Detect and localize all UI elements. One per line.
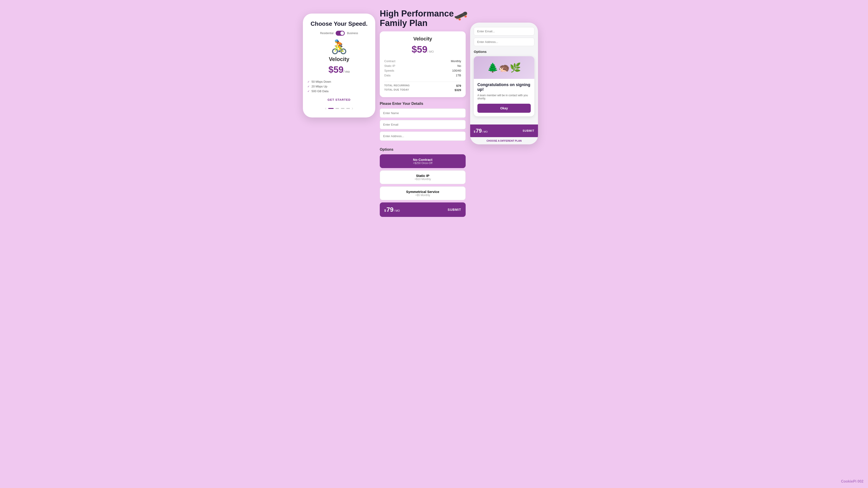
carousel-dots: ‹ › <box>307 106 371 111</box>
email-input[interactable] <box>380 120 466 129</box>
total-due-label: TOTAL DUE TODAY <box>384 88 409 92</box>
toggle-row: Residential Business <box>307 31 371 36</box>
feature-3: 500 GB Data <box>307 89 371 94</box>
total-recurring-row: TOTAL RECURRING $79 <box>384 84 461 88</box>
bike-illustration: 🚴 <box>307 40 371 54</box>
middle-price-info: $ 79 / MO <box>384 206 400 213</box>
dot-1[interactable] <box>328 108 334 109</box>
residential-business-toggle[interactable] <box>336 31 345 36</box>
features-list: 50 Mbps Down 20 Mbps Up 500 GB Data <box>307 79 371 94</box>
plan-card: Velocity $59/ MO Contract Monthly Static… <box>380 31 466 97</box>
right-address-input[interactable] <box>474 38 534 46</box>
detail-speeds-value: 100/40 <box>424 69 461 72</box>
right-price-info: $ 79 / MO <box>474 128 488 134</box>
option-symmetrical-service-name: Symmetrical Service <box>383 190 462 194</box>
name-input[interactable] <box>380 108 466 118</box>
option-symmetrical-service-sub: +$5 Monthly <box>383 194 462 197</box>
detail-staticip-value: No <box>424 64 461 68</box>
total-due-value: $329 <box>455 88 461 92</box>
carousel-prev-arrow[interactable]: ‹ <box>325 106 327 111</box>
right-phone-inner: Options 🌲🦔🌿 Congratulations on signing u… <box>470 23 538 125</box>
detail-staticip-label: Static IP <box>384 64 422 68</box>
option-static-ip[interactable]: Static IP +$10 Monthly <box>380 170 466 184</box>
residential-label: Residential <box>320 32 333 35</box>
okay-button[interactable]: Okay <box>477 104 531 113</box>
total-recurring-value: $79 <box>456 84 461 88</box>
plan-price-per-mo: / MO <box>428 50 434 53</box>
form-section: Please Enter Your Details <box>380 102 466 143</box>
card-divider <box>384 82 461 82</box>
middle-bottom-bar: $ 79 / MO SUBMIT <box>380 202 466 217</box>
change-plan-link[interactable]: CHOOSE A DIFFERENT PLAN <box>470 137 538 144</box>
dot-3[interactable] <box>341 108 344 109</box>
left-plan-name: Velocity <box>307 56 371 62</box>
plan-price-dollar: $59 <box>412 44 428 55</box>
page-container: Choose Your Speed. Residential Business … <box>298 4 569 221</box>
middle-price-sup: $ <box>384 209 386 213</box>
right-email-input[interactable] <box>474 27 534 35</box>
dot-2[interactable] <box>336 108 339 109</box>
left-price-amount: $59 <box>329 65 344 74</box>
plan-card-name: Velocity <box>384 36 461 42</box>
plan-details-grid: Contract Monthly Static IP No Speeds 100… <box>384 59 461 77</box>
right-price-num: 79 <box>476 128 482 134</box>
right-price-mo: / MO <box>482 130 488 133</box>
option-static-ip-name: Static IP <box>383 174 462 177</box>
get-started-button[interactable]: GET STARTED <box>307 98 371 101</box>
form-title: Please Enter Your Details <box>380 102 466 106</box>
options-section: Options No Contract +$250 Once-Off Stati… <box>380 148 466 200</box>
detail-contract-label: Contract <box>384 59 422 63</box>
middle-submit-button[interactable]: SUBMIT <box>447 208 461 212</box>
option-no-contract-sub: +$250 Once-Off <box>383 162 462 165</box>
totals: TOTAL RECURRING $79 TOTAL DUE TODAY $329 <box>384 84 461 92</box>
feature-1: 50 Mbps Down <box>307 79 371 84</box>
detail-data-label: Data <box>384 74 422 77</box>
congrats-message: A team member will be in contact with yo… <box>477 94 531 100</box>
middle-price-num: 79 <box>386 206 394 213</box>
total-recurring-label: TOTAL RECURRING <box>384 84 410 88</box>
plan-header: High Performance Family Plan 🛹 <box>380 9 466 28</box>
option-no-contract-name: No Contract <box>383 158 462 162</box>
option-static-ip-sub: +$10 Monthly <box>383 177 462 181</box>
congrats-title: Congratulations on signing up! <box>477 83 531 92</box>
plan-header-title: High Performance Family Plan <box>380 9 466 28</box>
congrats-card: 🌲🦔🌿 Congratulations on signing up! A tea… <box>474 56 534 116</box>
plan-price: $59/ MO <box>384 44 461 55</box>
option-no-contract[interactable]: No Contract +$250 Once-Off <box>380 154 466 168</box>
congrats-image: 🌲🦔🌿 <box>474 56 534 79</box>
detail-data-value: 1TB <box>424 74 461 77</box>
left-price: $59/ mo <box>307 65 371 75</box>
left-phone: Choose Your Speed. Residential Business … <box>303 13 375 118</box>
skater-illustration: 🛹 <box>454 9 468 22</box>
feature-2: 20 Mbps Up <box>307 84 371 89</box>
left-price-per: / mo <box>344 70 350 73</box>
total-due-row: TOTAL DUE TODAY $329 <box>384 88 461 92</box>
watermark: CookiePi 002 <box>841 480 864 484</box>
dot-4[interactable] <box>346 108 350 109</box>
middle-price-mo: / MO <box>394 209 400 213</box>
carousel-next-arrow[interactable]: › <box>352 106 353 111</box>
business-label: Business <box>347 32 358 35</box>
right-options-label: Options <box>474 50 534 54</box>
address-input[interactable] <box>380 131 466 141</box>
left-phone-title: Choose Your Speed. <box>307 20 371 27</box>
congrats-content: Congratulations on signing up! A team me… <box>474 79 534 116</box>
middle-section: High Performance Family Plan 🛹 Velocity … <box>380 9 466 217</box>
detail-contract-value: Monthly <box>424 59 461 63</box>
right-phone: Options 🌲🦔🌿 Congratulations on signing u… <box>470 23 538 144</box>
right-submit-button[interactable]: SUBMIT <box>523 129 534 132</box>
option-symmetrical-service[interactable]: Symmetrical Service +$5 Monthly <box>380 186 466 200</box>
detail-speeds-label: Speeds <box>384 69 422 72</box>
right-phone-bottom-bar: $ 79 / MO SUBMIT <box>470 125 538 137</box>
options-title: Options <box>380 148 466 152</box>
right-price-sup: $ <box>474 130 475 133</box>
